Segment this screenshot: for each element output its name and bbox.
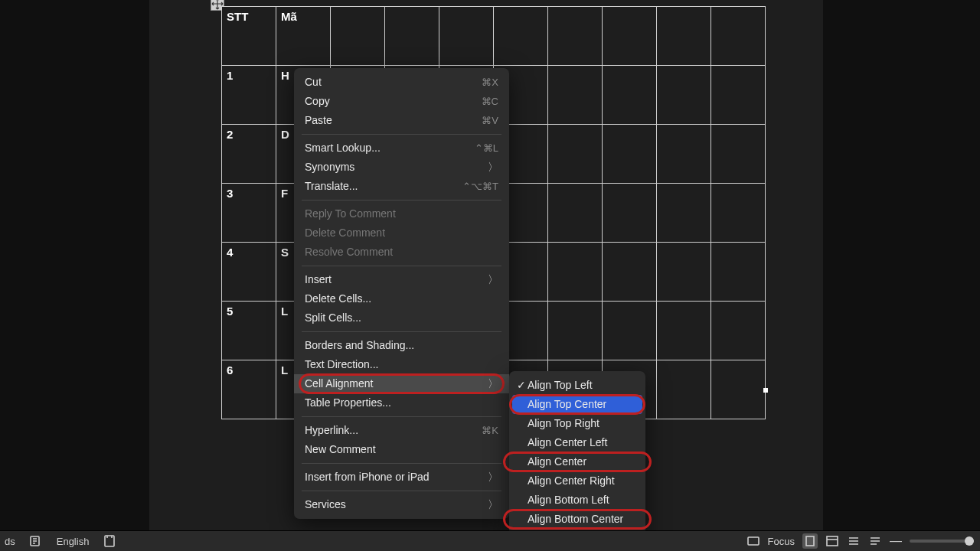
svg-rect-2 (748, 537, 759, 545)
chevron-right-icon: 〉 (488, 377, 498, 391)
menu-synonyms[interactable]: Synonyms〉 (294, 158, 509, 177)
menu-insert[interactable]: Insert〉 (294, 270, 509, 289)
cell[interactable] (385, 7, 439, 66)
focus-mode-icon[interactable] (746, 534, 760, 548)
cell[interactable] (331, 7, 385, 66)
menu-hyperlink[interactable]: Hyperlink...⌘K (294, 421, 509, 440)
align-bottom-left[interactable]: Align Bottom Left (509, 491, 645, 510)
menu-split-cells[interactable]: Split Cells... (294, 308, 509, 328)
svg-rect-4 (827, 536, 838, 546)
context-menu: Cut⌘X Copy⌘C Paste⌘V Smart Lookup...⌃⌘L … (294, 68, 509, 519)
web-layout-icon[interactable] (825, 534, 839, 548)
draft-view-icon[interactable] (868, 534, 882, 548)
menu-new-comment[interactable]: New Comment (294, 440, 509, 459)
cell[interactable]: STT (222, 7, 276, 66)
zoom-thumb[interactable] (965, 536, 974, 546)
svg-rect-3 (806, 536, 814, 546)
menu-delete-comment: Delete Comment (294, 223, 509, 243)
menu-text-direction[interactable]: Text Direction... (294, 355, 509, 374)
menu-services[interactable]: Services〉 (294, 495, 509, 514)
svg-rect-1 (105, 536, 114, 546)
align-top-center[interactable]: Align Top Center (512, 395, 642, 414)
menu-borders-shading[interactable]: Borders and Shading... (294, 336, 509, 355)
align-top-left[interactable]: ✓Align Top Left (509, 376, 645, 395)
cell[interactable]: 6 (222, 360, 276, 419)
menu-copy[interactable]: Copy⌘C (294, 92, 509, 111)
menu-delete-cells[interactable]: Delete Cells... (294, 289, 509, 308)
cell[interactable]: 3 (222, 184, 276, 243)
align-center-right[interactable]: Align Center Right (509, 471, 645, 491)
accessibility-icon[interactable] (103, 534, 116, 548)
align-center-left[interactable]: Align Center Left (509, 433, 645, 452)
align-center[interactable]: Align Center (509, 452, 645, 471)
chevron-right-icon: 〉 (488, 470, 498, 484)
cell[interactable]: 2 (222, 125, 276, 184)
align-top-right[interactable]: Align Top Right (509, 414, 645, 433)
cell[interactable] (711, 7, 766, 66)
align-bottom-center[interactable]: Align Bottom Center (509, 510, 645, 529)
zoom-out[interactable]: — (890, 534, 902, 548)
menu-cell-alignment[interactable]: Cell Alignment〉 (294, 374, 509, 393)
cell[interactable]: 4 (222, 243, 276, 302)
chevron-right-icon: 〉 (488, 272, 498, 287)
table-row: STT Mã (222, 7, 766, 66)
menu-paste[interactable]: Paste⌘V (294, 111, 509, 130)
menu-resolve-comment: Resolve Comment (294, 243, 509, 262)
status-bar: ds English Focus — (0, 530, 980, 551)
menu-translate[interactable]: Translate...⌃⌥⌘T (294, 177, 509, 196)
word-count[interactable]: ds (5, 536, 15, 547)
cell-alignment-submenu: ✓Align Top Left Align Top Center Align T… (509, 371, 645, 551)
check-icon: ✓ (515, 378, 528, 393)
menu-cut[interactable]: Cut⌘X (294, 73, 509, 92)
menu-reply-comment: Reply To Comment (294, 204, 509, 223)
outline-view-icon[interactable] (847, 534, 861, 548)
cell[interactable] (439, 7, 494, 66)
cell[interactable]: Mã (276, 7, 331, 66)
table-resize-handle[interactable] (763, 388, 768, 393)
chevron-right-icon: 〉 (488, 160, 498, 174)
cell[interactable]: 5 (222, 302, 276, 360)
cell[interactable] (603, 7, 657, 66)
menu-smart-lookup[interactable]: Smart Lookup...⌃⌘L (294, 139, 509, 158)
cell[interactable]: 1 (222, 66, 276, 125)
zoom-slider[interactable] (910, 540, 974, 543)
language-label[interactable]: English (57, 536, 90, 547)
cell[interactable] (494, 7, 548, 66)
print-layout-icon[interactable] (802, 533, 818, 549)
cell[interactable] (548, 7, 603, 66)
focus-label[interactable]: Focus (768, 536, 795, 547)
menu-insert-iphone[interactable]: Insert from iPhone or iPad〉 (294, 468, 509, 487)
chevron-right-icon: 〉 (488, 497, 498, 512)
menu-table-properties[interactable]: Table Properties... (294, 393, 509, 412)
spellcheck-icon[interactable] (29, 534, 43, 548)
cell[interactable] (657, 7, 711, 66)
